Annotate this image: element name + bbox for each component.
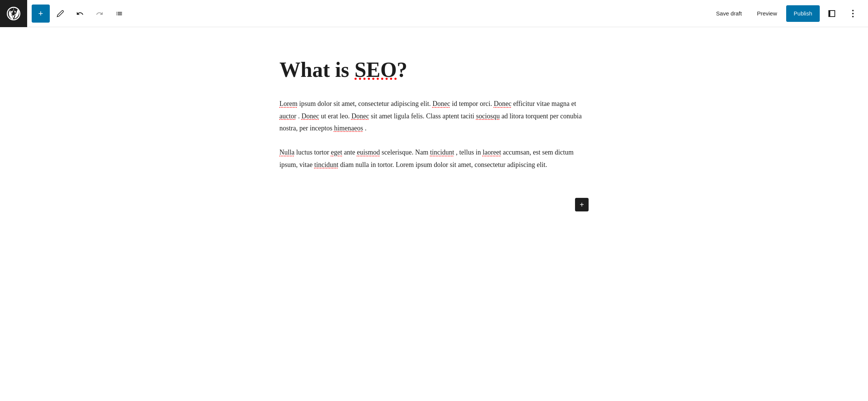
post-title[interactable]: What is SEO?	[279, 57, 589, 83]
toolbar: + Save draft Preview	[0, 0, 868, 27]
sidebar-toggle-icon	[827, 9, 836, 18]
undo-button[interactable]	[71, 5, 89, 23]
list-view-icon	[115, 10, 123, 17]
ellipsis-vertical-icon	[852, 10, 854, 17]
list-view-button[interactable]	[110, 5, 128, 23]
title-text: What is SEO?	[279, 58, 407, 81]
pencil-icon	[57, 10, 64, 17]
add-block-bottom-button[interactable]: +	[575, 198, 589, 211]
paragraph-2[interactable]: Nulla luctus tortor eget ante euismod sc…	[279, 146, 589, 171]
toolbar-left-group: +	[27, 5, 704, 23]
wp-logo-button[interactable]	[0, 0, 27, 27]
wp-logo-icon	[7, 7, 20, 20]
plus-icon: +	[38, 9, 43, 18]
plus-icon-bottom: +	[580, 200, 584, 209]
svg-point-3	[852, 16, 854, 17]
redo-button[interactable]	[90, 5, 109, 23]
tools-button[interactable]	[51, 5, 69, 23]
add-block-row: +	[279, 183, 589, 211]
svg-point-1	[852, 10, 854, 11]
toolbar-right-group: Save draft Preview Publish	[704, 5, 868, 23]
editor-content: What is SEO? Lorem ipsum dolor sit amet,…	[264, 27, 604, 257]
add-block-toolbar-button[interactable]: +	[32, 5, 50, 23]
save-draft-button[interactable]: Save draft	[710, 7, 748, 20]
paragraph-1[interactable]: Lorem ipsum dolor sit amet, consectetur …	[279, 98, 589, 134]
publish-button[interactable]: Publish	[786, 5, 820, 22]
title-spell-word-1: SEO	[354, 58, 397, 81]
more-options-button[interactable]	[844, 5, 862, 23]
preview-button[interactable]: Preview	[751, 7, 783, 20]
svg-point-2	[852, 13, 854, 14]
redo-icon	[96, 10, 103, 17]
undo-icon	[76, 10, 84, 17]
sidebar-toggle-button[interactable]	[823, 5, 841, 23]
